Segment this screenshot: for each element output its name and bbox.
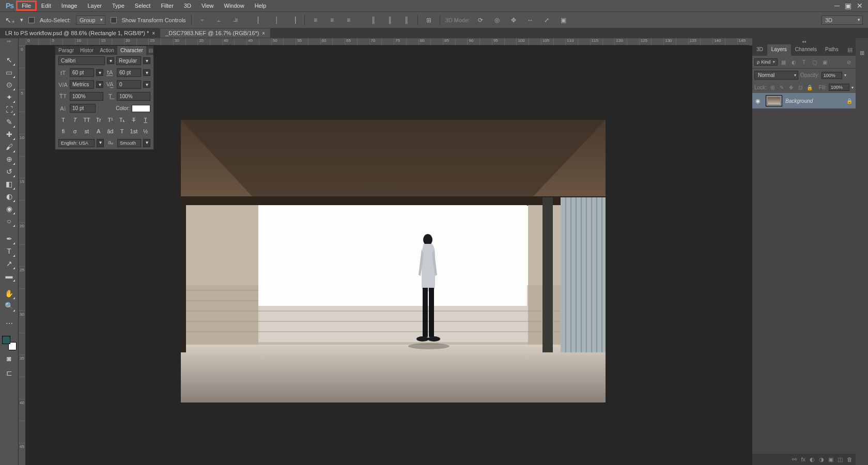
filter-kind-dropdown[interactable]: ρKind	[754, 58, 778, 66]
screen-mode-icon[interactable]: ⊏	[3, 367, 16, 379]
font-size-field[interactable]: 60 pt	[70, 68, 94, 77]
menu-filter[interactable]: Filter	[156, 1, 178, 10]
type-style-btn-6[interactable]: T	[128, 115, 140, 125]
pen-tool[interactable]: ✒	[3, 233, 16, 245]
menu-window[interactable]: Window	[219, 1, 250, 10]
menu-help[interactable]: Help	[250, 1, 272, 10]
link-layers-icon[interactable]: ⚯	[792, 456, 797, 463]
lock-image-icon[interactable]: ✎	[778, 84, 785, 91]
font-family-field[interactable]: Calibri	[58, 56, 105, 65]
document-canvas[interactable]	[181, 120, 606, 402]
history-brush[interactable]: ↺	[3, 165, 16, 178]
close-tab-icon[interactable]: ×	[262, 30, 265, 36]
distribute-bottom-icon[interactable]: ≡	[343, 14, 354, 26]
language-dd[interactable]: ▾	[97, 139, 104, 147]
show-transform-checkbox[interactable]	[111, 17, 117, 23]
color-swatches[interactable]	[2, 336, 17, 350]
menu-edit[interactable]: Edit	[36, 1, 56, 10]
lock-icon[interactable]: 🔒	[846, 98, 853, 104]
menu-type[interactable]: Type	[107, 1, 130, 10]
font-style-dd[interactable]: ▾	[143, 57, 150, 64]
wand-tool[interactable]: ✦	[3, 91, 16, 103]
lock-transparent-icon[interactable]: ⊞	[769, 84, 776, 91]
opentype-btn-1[interactable]: σ	[69, 127, 81, 136]
type-style-btn-7[interactable]: T	[140, 115, 151, 125]
vscale-field[interactable]: 100%	[70, 92, 103, 101]
filter-toggle-icon[interactable]: ⊘	[844, 58, 854, 66]
anti-alias-field[interactable]: Smooth	[117, 139, 141, 147]
tab-paths[interactable]: Paths	[821, 44, 843, 56]
tab-layers[interactable]: Layers	[767, 44, 791, 56]
path-tool[interactable]: ↗	[3, 257, 16, 270]
lock-artboard-icon[interactable]: ⊡	[797, 84, 804, 91]
tracking-dd[interactable]: ▾	[143, 81, 150, 88]
layer-thumbnail[interactable]	[766, 95, 782, 106]
edit-toolbar-icon[interactable]: ⋯	[3, 317, 16, 330]
shape-tool[interactable]: ▬	[3, 270, 16, 282]
auto-select-checkbox[interactable]	[28, 17, 35, 23]
type-style-btn-3[interactable]: Tr	[92, 115, 104, 125]
menu-select[interactable]: Select	[130, 1, 156, 10]
filter-shape-icon[interactable]: ▢	[810, 58, 819, 66]
opentype-btn-4[interactable]: ād	[104, 127, 116, 136]
tab-paragraph[interactable]: Paragr	[55, 46, 77, 55]
3d-orbit-icon[interactable]: ⟳	[475, 14, 486, 26]
distribute-left-icon[interactable]: ║	[368, 14, 379, 26]
3d-roll-icon[interactable]: ◎	[491, 14, 503, 26]
opentype-btn-7[interactable]: ½	[140, 127, 151, 136]
fill-dd-icon[interactable]: ▾	[851, 85, 854, 90]
fill-field[interactable]: 100%	[829, 84, 849, 91]
auto-align-icon[interactable]: ⊞	[423, 14, 435, 26]
align-bottom-icon[interactable]: ⫡	[230, 14, 241, 26]
opacity-dd-icon[interactable]: ▾	[844, 73, 846, 78]
tool-preset-dd[interactable]: ▾	[20, 17, 23, 23]
menu-layer[interactable]: Layer	[82, 1, 107, 10]
eyedropper-tool[interactable]: ✎	[3, 116, 16, 128]
render-preset-dropdown[interactable]: 3D	[822, 16, 863, 25]
quick-mask-icon[interactable]: ◙	[3, 352, 16, 365]
opentype-btn-5[interactable]: T	[116, 127, 128, 136]
canvas-area[interactable]: Paragr Histor Action Character ▤ Calibri…	[26, 45, 752, 465]
align-right-icon[interactable]: ▕	[288, 14, 299, 26]
document-tab-2[interactable]: _DSC7983.NEF @ 16.7% (RGB/16*) ×	[160, 28, 270, 38]
font-style-field[interactable]: Regular	[116, 56, 141, 65]
minimize-button[interactable]: ─	[834, 2, 840, 10]
font-size-dd[interactable]: ▾	[96, 69, 103, 76]
tab-3d[interactable]: 3D	[752, 44, 767, 56]
healing-tool[interactable]: ✚	[3, 128, 16, 141]
distribute-top-icon[interactable]: ≡	[310, 14, 321, 26]
toolbar-grip[interactable]: ▸▸	[0, 38, 18, 43]
panel-menu-icon[interactable]: ▤	[844, 44, 856, 56]
align-vcenter-icon[interactable]: ⫠	[213, 14, 225, 26]
kerning-field[interactable]: Metrics	[70, 80, 94, 89]
crop-tool[interactable]: ⛶	[3, 103, 16, 116]
type-style-btn-2[interactable]: TT	[81, 115, 93, 125]
opacity-field[interactable]: 100%	[822, 72, 842, 79]
distribute-right-icon[interactable]: ║	[401, 14, 412, 26]
font-family-dd[interactable]: ▾	[107, 57, 114, 64]
filter-type-icon[interactable]: T	[799, 58, 809, 66]
leading-dd[interactable]: ▾	[143, 69, 150, 76]
ruler-horizontal[interactable]: 0510152025303540455055606570758085909510…	[26, 38, 749, 45]
document-tab-1[interactable]: LR to PS workflow.psd @ 88.6% (Rectangle…	[0, 28, 160, 38]
delete-icon[interactable]: 🗑	[847, 456, 853, 462]
fx-icon[interactable]: fx	[801, 456, 805, 462]
lasso-tool[interactable]: ⊙	[3, 79, 16, 91]
dodge-tool[interactable]: ○	[3, 215, 16, 227]
gradient-tool[interactable]: ◐	[3, 190, 16, 203]
maximize-button[interactable]: ▣	[845, 2, 851, 10]
close-tab-icon[interactable]: ×	[152, 30, 155, 36]
tab-channels[interactable]: Channels	[791, 44, 821, 56]
close-button[interactable]: ✕	[857, 2, 863, 10]
distribute-vcenter-icon[interactable]: ≡	[327, 14, 338, 26]
tab-history[interactable]: Histor	[77, 46, 97, 55]
menu-3d[interactable]: 3D	[179, 1, 196, 10]
menu-image[interactable]: Image	[56, 1, 83, 10]
opentype-btn-2[interactable]: st	[81, 127, 93, 136]
distribute-hcenter-icon[interactable]: ║	[384, 14, 396, 26]
3d-camera-icon[interactable]: ▣	[557, 14, 569, 26]
foreground-color-swatch[interactable]	[2, 336, 10, 344]
baseline-field[interactable]: 10 pt	[70, 104, 96, 113]
type-style-btn-0[interactable]: T	[57, 115, 69, 125]
type-style-btn-5[interactable]: T₁	[116, 115, 128, 125]
